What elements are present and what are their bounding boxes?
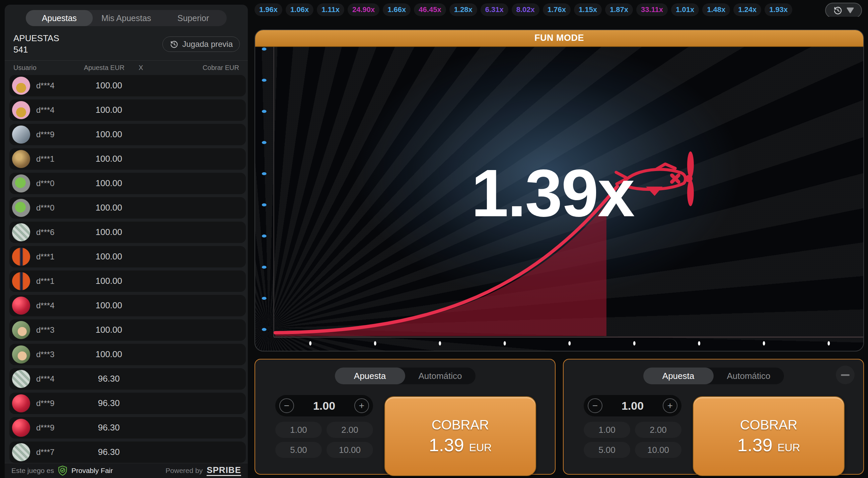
quick-bet-5[interactable]: 5.00 bbox=[584, 442, 630, 458]
bet-row: d***3 100.00 bbox=[9, 344, 246, 365]
bet-row-user: d***0 bbox=[36, 203, 81, 213]
history-multiplier-chip[interactable]: 1.06x bbox=[286, 3, 313, 16]
cashout-button[interactable]: COBRAR 1.39 EUR bbox=[693, 396, 844, 476]
history-multiplier-chip[interactable]: 1.96x bbox=[254, 3, 282, 16]
tab-superior[interactable]: Superior bbox=[160, 10, 227, 26]
bets-tab-bar: Apuestas Mis Apuestas Superior bbox=[26, 10, 227, 26]
bet-row-amount: 100.00 bbox=[81, 276, 137, 286]
bet-row-user: d***1 bbox=[36, 277, 81, 286]
quick-bet-1[interactable]: 1.00 bbox=[275, 422, 322, 438]
bet-row: d***9 96.30 bbox=[9, 393, 246, 414]
quick-bet-1[interactable]: 1.00 bbox=[584, 422, 630, 438]
bets-table-header: Usuario Apuesta EUR X Cobrar EUR bbox=[5, 61, 248, 74]
bet-row-user: d***3 bbox=[36, 350, 81, 359]
bets-count-title: APUESTAS 541 bbox=[13, 33, 59, 56]
y-axis-dot bbox=[262, 141, 267, 144]
y-axis-dot bbox=[262, 172, 267, 175]
y-axis-dot bbox=[262, 110, 267, 113]
x-axis-dot bbox=[828, 341, 830, 345]
history-multiplier-chip[interactable]: 1.28x bbox=[450, 3, 477, 16]
tab-automatico[interactable]: Automático bbox=[405, 368, 475, 384]
bet-amount-value[interactable]: 1.00 bbox=[622, 399, 644, 412]
history-multiplier-chip[interactable]: 8.02x bbox=[512, 3, 539, 16]
bet-row: d***4 100.00 bbox=[9, 295, 246, 316]
cashout-button[interactable]: COBRAR 1.39 EUR bbox=[384, 396, 536, 476]
avatar-dice bbox=[12, 296, 30, 315]
bet-row-amount: 100.00 bbox=[81, 129, 137, 139]
quick-bet-10[interactable]: 10.00 bbox=[635, 442, 681, 458]
history-multiplier-chip[interactable]: 1.24x bbox=[733, 3, 761, 16]
bet-row-user: d***9 bbox=[36, 130, 81, 139]
x-axis-dot bbox=[374, 341, 376, 345]
tab-apuesta[interactable]: Apuesta bbox=[335, 368, 405, 384]
previous-round-button[interactable]: Jugada previa bbox=[162, 36, 240, 52]
footer-prefix: Este juego es bbox=[11, 467, 54, 475]
x-axis-dot bbox=[309, 341, 311, 345]
quick-bet-grid: 1.00 2.00 5.00 10.00 bbox=[584, 422, 681, 458]
y-axis-dot bbox=[262, 328, 267, 331]
decrease-bet-button[interactable]: − bbox=[588, 398, 602, 413]
history-multiplier-chip[interactable]: 46.45x bbox=[414, 3, 446, 16]
quick-bet-2[interactable]: 2.00 bbox=[635, 422, 681, 438]
tab-automatico[interactable]: Automático bbox=[714, 368, 784, 384]
decrease-bet-button[interactable]: − bbox=[279, 398, 294, 413]
avatar-dice bbox=[12, 394, 30, 412]
tab-mis-apuestas[interactable]: Mis Apuestas bbox=[93, 10, 160, 26]
bet-row: d***4 100.00 bbox=[9, 99, 246, 121]
bet-row: d***7 96.30 bbox=[9, 442, 246, 463]
tab-apuesta[interactable]: Apuesta bbox=[643, 368, 714, 384]
avatar-thumbs bbox=[12, 345, 30, 363]
increase-bet-button[interactable]: + bbox=[354, 398, 369, 413]
history-multiplier-chip[interactable]: 33.11x bbox=[636, 3, 668, 16]
quick-bet-5[interactable]: 5.00 bbox=[275, 442, 322, 458]
avatar-cat bbox=[12, 150, 30, 168]
bet-row-user: d***4 bbox=[36, 301, 81, 310]
bet-panel-1: Apuesta Automático − 1.00 + 1.00 2.00 5.… bbox=[254, 359, 556, 475]
quick-bet-2[interactable]: 2.00 bbox=[327, 422, 373, 438]
history-multiplier-chip[interactable]: 1.01x bbox=[671, 3, 699, 16]
x-axis-dot bbox=[698, 341, 700, 345]
history-multiplier-chip[interactable]: 1.48x bbox=[702, 3, 730, 16]
x-axis-dot bbox=[504, 341, 506, 345]
history-multiplier-chip[interactable]: 1.15x bbox=[574, 3, 602, 16]
tab-apuestas[interactable]: Apuestas bbox=[26, 10, 93, 26]
increase-bet-button[interactable]: + bbox=[663, 398, 678, 413]
avatar-plane bbox=[12, 126, 30, 144]
bet-row-user: d***4 bbox=[36, 81, 81, 90]
history-menu-button[interactable] bbox=[825, 3, 862, 17]
y-axis-dot bbox=[262, 47, 267, 51]
bet-panel-1-tabs: Apuesta Automático bbox=[335, 368, 475, 384]
avatar-money bbox=[12, 370, 30, 388]
spribe-logo[interactable]: SPRIBE bbox=[207, 466, 241, 476]
history-multiplier-chip[interactable]: 1.87x bbox=[605, 3, 633, 16]
bet-row-amount: 100.00 bbox=[81, 227, 137, 237]
bet-row-user: d***9 bbox=[36, 399, 81, 408]
avatar-neon bbox=[12, 272, 30, 290]
quick-bet-10[interactable]: 10.00 bbox=[327, 442, 373, 458]
avatar-neon bbox=[12, 248, 30, 266]
bets-list: d***4 100.00 d***4 100.00 d***9 100.00 d… bbox=[5, 74, 248, 463]
bet-amount-stepper: − 1.00 + bbox=[584, 395, 681, 416]
bet-row-user: d***4 bbox=[36, 105, 81, 115]
remove-panel-button[interactable] bbox=[836, 365, 855, 384]
history-multiplier-chip[interactable]: 1.76x bbox=[543, 3, 570, 16]
history-multiplier-chip[interactable]: 1.93x bbox=[765, 3, 792, 16]
avatar-money bbox=[12, 223, 30, 241]
bet-row-amount: 100.00 bbox=[81, 300, 137, 311]
history-multiplier-chip[interactable]: 1.66x bbox=[383, 3, 410, 16]
bet-amount-value[interactable]: 1.00 bbox=[313, 399, 335, 412]
history-icon bbox=[169, 39, 179, 49]
avatar-lucky-cat bbox=[12, 101, 30, 119]
avatar-lucky-cat bbox=[12, 77, 30, 95]
history-multiplier-chip[interactable]: 1.11x bbox=[317, 3, 344, 16]
history-multiplier-chip[interactable]: 24.90x bbox=[348, 3, 379, 16]
history-multiplier-chip[interactable]: 6.31x bbox=[480, 3, 508, 16]
sidebar-footer: Este juego es Provably Fair Powered by S… bbox=[5, 463, 248, 478]
bet-row-amount: 100.00 bbox=[81, 178, 137, 188]
x-axis-dot bbox=[439, 341, 441, 345]
bet-row-amount: 100.00 bbox=[81, 105, 137, 115]
provably-fair-label[interactable]: Provably Fair bbox=[71, 467, 113, 475]
game-area: FUN MODE 1.39x bbox=[254, 29, 864, 351]
y-axis-dot bbox=[262, 234, 267, 237]
bet-row: d***4 96.30 bbox=[9, 368, 246, 390]
